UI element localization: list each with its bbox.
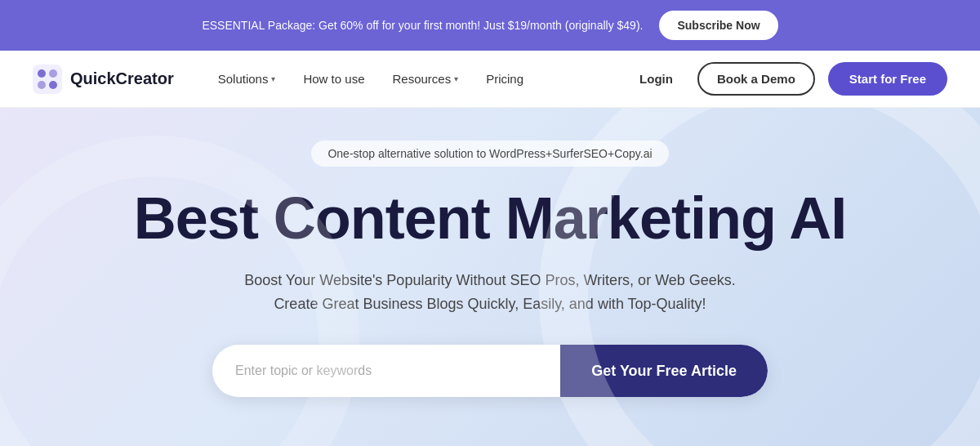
solutions-label: Solutions	[218, 72, 269, 86]
logo-link[interactable]: QuickCreator	[33, 65, 174, 94]
subscribe-now-button[interactable]: Subscribe Now	[659, 11, 777, 40]
nav-links: Solutions ▾ How to use Resources ▾ Prici…	[207, 65, 628, 92]
hero-subtitle-line2: Create Great Business Blogs Quickly, Eas…	[274, 296, 706, 312]
nav-right: Login Book a Demo Start for Free	[628, 62, 947, 96]
svg-point-4	[49, 81, 57, 89]
hero-title: Best Content Marketing AI	[134, 186, 846, 251]
hero-input-row: Get Your Free Article	[212, 345, 768, 397]
navbar: QuickCreator Solutions ▾ How to use Reso…	[0, 51, 980, 108]
svg-point-1	[38, 69, 46, 78]
hero-subtitle: Boost Your Website's Popularity Without …	[244, 269, 736, 316]
nav-how-to-use[interactable]: How to use	[292, 65, 376, 92]
logo-text: QuickCreator	[70, 69, 174, 88]
nav-pricing[interactable]: Pricing	[474, 65, 535, 92]
solutions-chevron-icon: ▾	[271, 74, 275, 83]
topic-input[interactable]	[212, 345, 560, 397]
svg-point-3	[38, 81, 46, 89]
banner-text: ESSENTIAL Package: Get 60% off for your …	[202, 19, 643, 32]
pricing-label: Pricing	[486, 72, 523, 86]
start-free-button[interactable]: Start for Free	[828, 62, 947, 96]
how-to-use-label: How to use	[303, 72, 364, 86]
svg-rect-0	[33, 65, 62, 94]
hero-tag: One-stop alternative solution to WordPre…	[311, 140, 668, 167]
nav-resources[interactable]: Resources ▾	[381, 65, 470, 92]
hero-subtitle-line1: Boost Your Website's Popularity Without …	[244, 272, 736, 288]
get-free-article-button[interactable]: Get Your Free Article	[560, 345, 768, 397]
svg-point-2	[49, 69, 57, 78]
nav-solutions[interactable]: Solutions ▾	[207, 65, 287, 92]
login-button[interactable]: Login	[628, 65, 684, 92]
logo-icon	[33, 65, 62, 94]
resources-chevron-icon: ▾	[454, 74, 458, 83]
resources-label: Resources	[392, 72, 451, 86]
book-demo-button[interactable]: Book a Demo	[697, 62, 815, 96]
hero-section: One-stop alternative solution to WordPre…	[0, 108, 980, 446]
promo-banner: ESSENTIAL Package: Get 60% off for your …	[0, 0, 980, 51]
